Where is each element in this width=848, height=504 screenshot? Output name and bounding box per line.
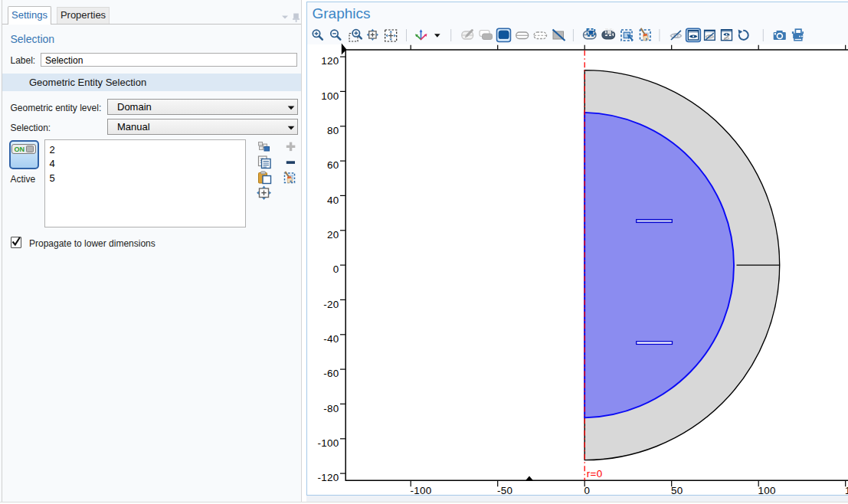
svg-text:20: 20 [327,229,339,241]
svg-text:-40: -40 [323,333,339,345]
svg-text:1: 1 [845,485,848,496]
svg-text:60: 60 [327,159,339,171]
svg-text:0: 0 [333,263,339,275]
svg-text:-80: -80 [323,403,339,414]
svg-text:40: 40 [327,195,339,206]
svg-text:50: 50 [671,485,683,496]
svg-text:-50: -50 [497,485,512,496]
svg-text:100: 100 [321,90,339,102]
svg-text:-60: -60 [323,368,339,379]
svg-text:-100: -100 [318,437,339,449]
svg-text:-20: -20 [323,299,339,310]
svg-text:120: 120 [321,55,339,67]
svg-text:80: 80 [327,125,339,136]
svg-text:-100: -100 [411,485,432,496]
svg-text:100: 100 [758,485,776,496]
svg-text:r=0: r=0 [587,468,603,479]
svg-text:0: 0 [584,485,591,496]
svg-text:-120: -120 [318,472,339,483]
